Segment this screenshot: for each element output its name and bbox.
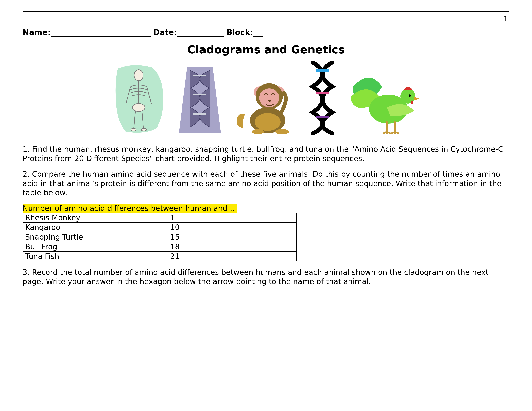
svg-marker-9	[179, 67, 221, 133]
date-label: Date:	[153, 28, 177, 37]
dna-ribbon-icon	[172, 64, 227, 135]
worksheet-page: 1 Name: Date: Block: Cladograms and Gene…	[0, 0, 532, 286]
question-3: 3. Record the total number of amino acid…	[23, 268, 509, 286]
table-row: Bull Frog 18	[23, 242, 296, 252]
species-cell: Snapping Turtle	[23, 232, 168, 242]
table-caption: Number of amino acid differences between…	[23, 204, 237, 213]
svg-point-0	[134, 70, 143, 81]
top-rule	[23, 11, 509, 12]
skeleton-icon	[111, 64, 166, 135]
svg-point-18	[259, 88, 279, 107]
svg-point-19	[268, 100, 271, 102]
block-blank[interactable]	[253, 36, 263, 37]
table-row: Rhesis Monkey 1	[23, 213, 296, 223]
value-cell[interactable]: 10	[168, 223, 296, 232]
svg-marker-28	[414, 97, 419, 100]
name-blank[interactable]	[51, 36, 151, 37]
svg-point-8	[141, 129, 146, 131]
svg-point-14	[255, 113, 281, 131]
page-number: 1	[23, 15, 509, 23]
name-label: Name:	[23, 28, 51, 37]
student-info-line: Name: Date: Block:	[23, 28, 509, 37]
value-cell[interactable]: 15	[168, 232, 296, 242]
value-cell[interactable]: 1	[168, 213, 296, 223]
species-cell: Bull Frog	[23, 242, 168, 252]
clipart-row	[23, 61, 509, 135]
differences-table: Rhesis Monkey 1 Kangaroo 10 Snapping Tur…	[23, 213, 297, 261]
svg-point-27	[409, 94, 411, 97]
species-cell: Rhesis Monkey	[23, 213, 168, 223]
page-title: Cladograms and Genetics	[23, 43, 509, 56]
value-cell[interactable]: 21	[168, 252, 296, 261]
table-row: Tuna Fish 21	[23, 252, 296, 261]
dna-helix-icon	[305, 61, 340, 135]
table-row: Snapping Turtle 15	[23, 232, 296, 242]
date-blank[interactable]	[177, 36, 224, 37]
species-cell: Tuna Fish	[23, 252, 168, 261]
svg-point-7	[131, 129, 136, 131]
block-label: Block:	[227, 28, 253, 37]
svg-point-4	[132, 104, 145, 111]
question-1: 1. Find the human, rhesus monkey, kangar…	[23, 145, 509, 163]
rooster-icon	[347, 67, 421, 135]
species-cell: Kangaroo	[23, 223, 168, 232]
question-2: 2. Compare the human amino acid sequence…	[23, 169, 509, 197]
svg-point-26	[400, 89, 415, 104]
svg-point-21	[275, 129, 289, 134]
table-caption-wrap: Number of amino acid differences between…	[23, 204, 509, 213]
table-row: Kangaroo 10	[23, 223, 296, 232]
svg-point-20	[252, 129, 264, 134]
value-cell[interactable]: 18	[168, 242, 296, 252]
monkey-icon	[234, 74, 298, 135]
